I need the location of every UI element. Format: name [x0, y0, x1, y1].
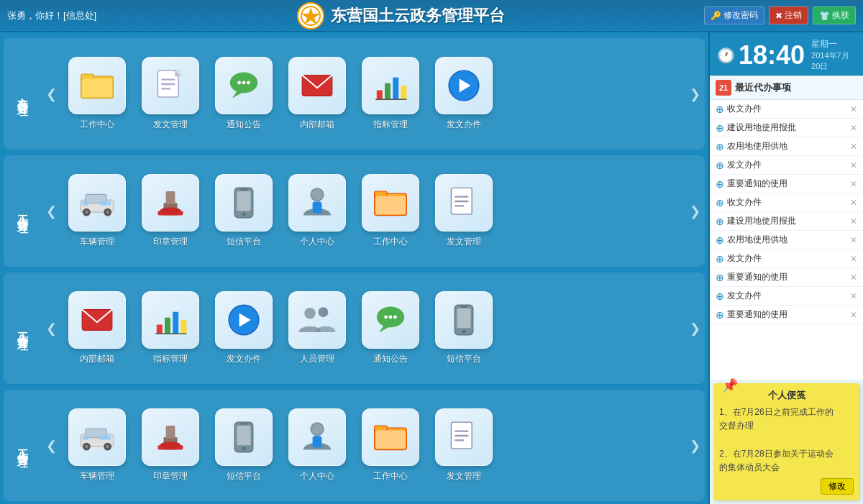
svg-point-14: [237, 81, 241, 85]
recent-close-icon[interactable]: ✕: [850, 142, 857, 152]
module-nav-left-0[interactable]: ❮: [41, 38, 61, 150]
icon-box-0-3: [288, 57, 346, 114]
icon-item-3-2[interactable]: 短信平台: [211, 408, 276, 482]
recent-dot-icon: ⊕: [716, 104, 724, 115]
icon-label-0-4: 指标管理: [373, 119, 408, 131]
icon-item-2-1[interactable]: 指标管理: [138, 291, 203, 365]
switch-label: 换肤: [832, 9, 849, 22]
recent-close-icon[interactable]: ✕: [850, 235, 857, 245]
recent-dot-icon: ⊕: [716, 122, 724, 134]
recent-item-label: 收文办件: [727, 196, 762, 209]
clock-time: 18:40: [739, 40, 805, 70]
icon-label-0-5: 发文办件: [447, 119, 481, 131]
list-item[interactable]: ⊕ 发文办件 ✕: [710, 287, 863, 306]
icon-item-0-3[interactable]: 内部邮箱: [285, 57, 350, 131]
list-item[interactable]: ⊕ 收文办件 ✕: [710, 193, 863, 212]
recent-item-label: 农用地使用供地: [727, 140, 787, 152]
icon-item-1-2[interactable]: 短信平台: [211, 174, 276, 248]
switch-skin-button[interactable]: 👕 换肤: [813, 6, 856, 24]
module-label-0: 文件管理: [4, 38, 41, 150]
icon-item-1-0[interactable]: 车辆管理: [65, 174, 129, 248]
recent-close-icon[interactable]: ✕: [850, 123, 857, 133]
icon-item-1-4[interactable]: 工作中心: [358, 174, 423, 248]
recent-item-label: 发文办件: [727, 252, 762, 265]
icon-item-0-2[interactable]: 通知公告: [211, 57, 276, 131]
recent-item-content: ⊕ 农用地使用供地: [716, 140, 787, 152]
icon-box-2-4: [362, 291, 419, 349]
notepad-title: 个人便笺: [719, 389, 854, 402]
svg-rect-40: [240, 189, 247, 191]
recent-close-icon[interactable]: ✕: [850, 160, 857, 170]
icon-box-3-3: [288, 408, 346, 466]
recent-item-content: ⊕ 农用地使用供地: [716, 234, 787, 246]
list-item[interactable]: ⊕ 建设用地使用报批 ✕: [710, 119, 863, 137]
list-item[interactable]: ⊕ 重要通知的使用 ✕: [710, 268, 863, 287]
list-item[interactable]: ⊕ 重要通知的使用 ✕: [710, 306, 863, 324]
icon-item-1-1[interactable]: 印章管理: [138, 174, 203, 248]
svg-marker-13: [232, 91, 242, 98]
module-nav-left-3[interactable]: ❮: [41, 390, 61, 501]
recent-close-icon[interactable]: ✕: [850, 272, 857, 283]
recent-close-icon[interactable]: ✕: [850, 291, 857, 301]
module-nav-right-1[interactable]: ❯: [685, 155, 705, 267]
icon-item-0-4[interactable]: 指标管理: [358, 57, 423, 131]
icon-item-3-0[interactable]: 车辆管理: [65, 408, 129, 482]
icon-label-0-1: 发文管理: [153, 119, 188, 131]
svg-rect-69: [460, 306, 467, 308]
user-greeting: 张勇，你好！[信息处]: [7, 9, 96, 22]
svg-rect-34: [166, 191, 175, 204]
module-nav-left-1[interactable]: ❮: [41, 155, 61, 267]
icon-item-0-1[interactable]: 发文管理: [138, 57, 203, 131]
recent-dot-icon: ⊕: [716, 309, 724, 321]
icon-item-2-0[interactable]: 内部邮箱: [65, 291, 129, 365]
icon-item-2-3[interactable]: 人员管理: [285, 291, 350, 365]
change-password-button[interactable]: 🔑 修改密码: [704, 6, 764, 24]
svg-rect-7: [161, 78, 175, 80]
svg-rect-19: [385, 83, 391, 99]
recent-section: 21 最近代办事项 ⊕ 收文办件 ✕ ⊕ 建设用地使用报批 ✕ ⊕ 农用地使用供…: [710, 76, 863, 380]
module-nav-left-2[interactable]: ❮: [41, 272, 61, 384]
recent-close-icon[interactable]: ✕: [850, 216, 857, 226]
list-item[interactable]: ⊕ 农用地使用供地 ✕: [710, 137, 863, 156]
module-nav-right-2[interactable]: ❯: [685, 272, 705, 384]
svg-point-81: [160, 441, 181, 449]
notepad-edit-button[interactable]: 修改: [821, 478, 854, 495]
list-item[interactable]: ⊕ 建设用地使用报批 ✕: [710, 212, 863, 231]
icon-item-2-5[interactable]: 短信平台: [432, 291, 496, 365]
icon-item-2-4[interactable]: 通知公告: [358, 291, 423, 365]
icon-item-3-1[interactable]: 印章管理: [138, 408, 203, 482]
list-item[interactable]: ⊕ 发文办件 ✕: [710, 156, 863, 175]
list-item[interactable]: ⊕ 农用地使用供地 ✕: [710, 231, 863, 249]
svg-point-29: [85, 211, 88, 214]
icon-item-3-5[interactable]: 发文管理: [432, 408, 496, 482]
recent-close-icon[interactable]: ✕: [850, 198, 857, 208]
recent-close-icon[interactable]: ✕: [850, 310, 857, 320]
svg-rect-49: [455, 201, 468, 202]
icon-item-0-5[interactable]: 发文办件: [432, 57, 496, 131]
recent-close-icon[interactable]: ✕: [850, 104, 857, 114]
recent-close-icon[interactable]: ✕: [850, 254, 857, 264]
icon-label-0-3: 内部邮箱: [300, 119, 334, 131]
icon-item-1-3[interactable]: 个人中心: [285, 174, 350, 248]
icon-item-3-3[interactable]: 个人中心: [285, 408, 350, 482]
recent-dot-icon: ⊕: [716, 216, 724, 227]
module-nav-right-3[interactable]: ❯: [685, 390, 705, 501]
recent-dot-icon: ⊕: [716, 141, 724, 152]
recent-item-content: ⊕ 重要通知的使用: [716, 178, 787, 190]
svg-point-59: [304, 308, 315, 319]
svg-point-84: [242, 447, 246, 451]
svg-rect-79: [166, 426, 175, 439]
svg-rect-38: [237, 191, 250, 211]
icon-item-2-2[interactable]: 发文办件: [211, 291, 276, 365]
module-row-2: 工作管理❮内部邮箱指标管理发文办件人员管理通知公告短信平台❯: [4, 272, 705, 384]
icon-item-1-5[interactable]: 发文管理: [432, 174, 496, 248]
list-item[interactable]: ⊕ 重要通知的使用 ✕: [710, 175, 863, 193]
icon-item-3-4[interactable]: 工作中心: [358, 408, 423, 482]
list-item[interactable]: ⊕ 收文办件 ✕: [710, 100, 863, 119]
icon-item-0-0[interactable]: 工作中心: [65, 57, 129, 131]
logout-button[interactable]: ✖ 注销: [769, 6, 808, 24]
module-nav-right-0[interactable]: ❯: [685, 38, 705, 150]
recent-close-icon[interactable]: ✕: [850, 179, 857, 189]
sidebar: 🕐 18:40 星期一 2014年7月20日 21 最近代办事项 ⊕ 收文办件: [708, 32, 863, 504]
list-item[interactable]: ⊕ 发文办件 ✕: [710, 249, 863, 268]
